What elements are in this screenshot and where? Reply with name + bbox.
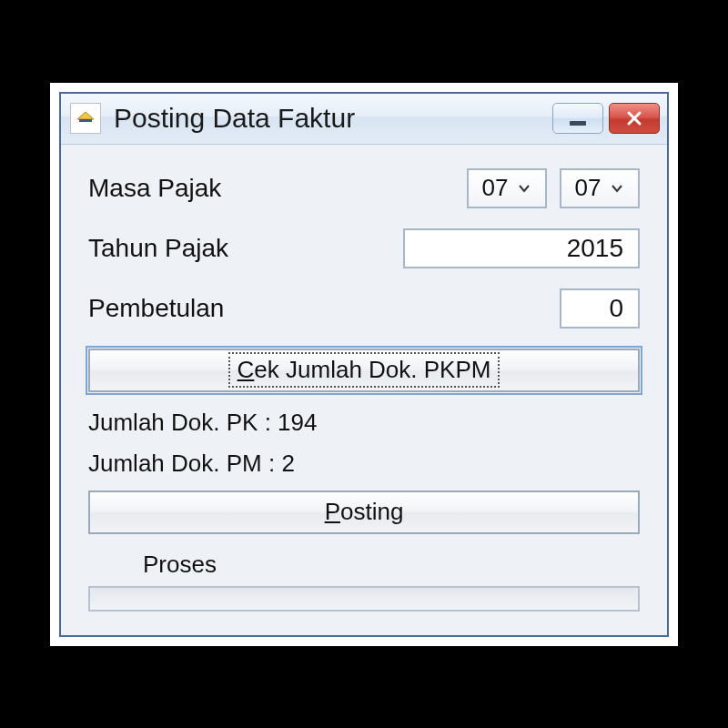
posting-mnemonic: P	[325, 498, 340, 526]
svg-marker-0	[77, 112, 94, 119]
titlebar: Posting Data Faktur	[61, 94, 667, 145]
chevron-down-icon	[517, 181, 531, 196]
masa-pajak-to-select[interactable]: 07	[560, 168, 640, 208]
cek-jumlah-button[interactable]: Cek Jumlah Dok. PKPM	[88, 349, 640, 392]
tahun-pajak-label: Tahun Pajak	[88, 234, 403, 263]
minimize-button[interactable]	[552, 103, 603, 134]
masa-pajak-from-value: 07	[482, 174, 509, 202]
pembetulan-value: 0	[609, 294, 623, 323]
proses-label: Proses	[143, 551, 640, 579]
row-masa-pajak: Masa Pajak 07 07	[88, 168, 640, 208]
outer-frame: Posting Data Faktur Masa Pajak 07	[50, 83, 678, 646]
cek-label-rest: ek Jumlah Dok. PKPM	[254, 356, 490, 383]
tahun-pajak-value: 2015	[567, 234, 623, 263]
close-icon	[626, 110, 642, 126]
window-title: Posting Data Faktur	[114, 103, 552, 134]
pembetulan-input[interactable]: 0	[560, 288, 640, 329]
jumlah-dok-pk: Jumlah Dok. PK : 194	[88, 409, 640, 437]
masa-pajak-label: Masa Pajak	[88, 174, 467, 203]
posting-button[interactable]: Posting	[88, 490, 640, 534]
row-tahun-pajak: Tahun Pajak 2015	[88, 228, 640, 268]
window-controls	[552, 103, 660, 134]
pembetulan-label: Pembetulan	[88, 294, 560, 323]
cek-mnemonic: C	[238, 356, 255, 383]
cek-jumlah-focus-ring: Cek Jumlah Dok. PKPM	[228, 352, 500, 388]
masa-pajak-from-select[interactable]: 07	[467, 168, 547, 208]
jumlah-dok-pm: Jumlah Dok. PM : 2	[88, 450, 640, 478]
row-pembetulan: Pembetulan 0	[88, 288, 640, 329]
dialog-window: Posting Data Faktur Masa Pajak 07	[59, 92, 669, 637]
app-icon	[70, 103, 101, 134]
close-button[interactable]	[609, 103, 660, 134]
svg-rect-1	[79, 119, 92, 122]
client-area: Masa Pajak 07 07 Tahun Pajak 2015 Pembet…	[61, 145, 667, 635]
minimize-icon	[570, 121, 586, 126]
tahun-pajak-input[interactable]: 2015	[403, 228, 640, 268]
masa-pajak-to-value: 07	[575, 174, 602, 202]
chevron-down-icon	[610, 181, 624, 196]
posting-label-rest: osting	[340, 498, 403, 526]
progress-bar	[88, 586, 640, 612]
